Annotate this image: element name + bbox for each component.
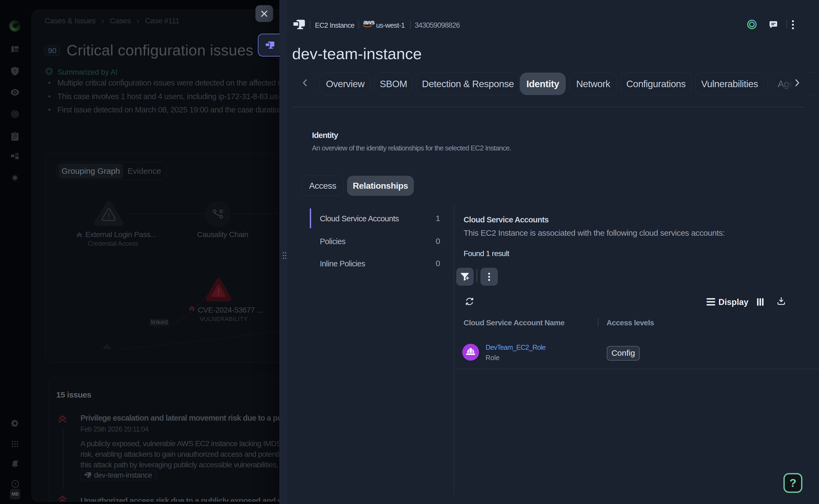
svg-text:?: ? (14, 482, 16, 486)
